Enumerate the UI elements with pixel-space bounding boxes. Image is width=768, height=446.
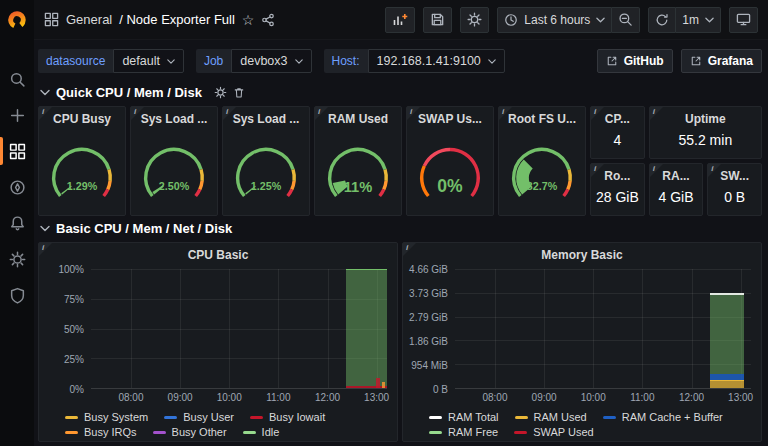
panel-root-fs-used: i Root FS U... 32.7% xyxy=(498,106,586,216)
legend-item[interactable]: RAM Free xyxy=(429,426,498,438)
star-icon[interactable]: ☆ xyxy=(242,13,255,27)
y-tick: 0 B xyxy=(433,384,448,395)
legend-item[interactable]: RAM Cache + Buffer xyxy=(603,411,723,423)
panel-info-corner[interactable] xyxy=(650,164,663,177)
memory-plot-area[interactable]: 08:00 09:00 10:00 11:00 12:00 13:00 xyxy=(455,269,751,389)
row-header-basic[interactable]: Basic CPU / Mem / Net / Disk xyxy=(38,216,762,240)
refresh-button[interactable] xyxy=(648,7,676,33)
apps-grid-icon xyxy=(44,12,59,27)
github-link-button[interactable]: GitHub xyxy=(597,49,673,73)
bell-icon xyxy=(9,215,26,232)
legend-item[interactable]: Busy Iowait xyxy=(250,411,325,423)
save-dashboard-button[interactable] xyxy=(423,7,452,33)
chevron-down-icon xyxy=(705,17,714,23)
cpu-idle-area xyxy=(346,269,387,386)
panel-info-corner[interactable] xyxy=(591,107,604,120)
zoom-out-time-button[interactable] xyxy=(612,7,640,33)
panel-info-corner[interactable] xyxy=(499,107,512,120)
dashboard-settings-button[interactable] xyxy=(460,7,489,33)
row-delete-trash-icon[interactable] xyxy=(233,86,245,99)
variable-job[interactable]: Job devbox3 xyxy=(196,49,312,73)
panel-info-corner[interactable] xyxy=(39,107,52,120)
panel-info-corner[interactable] xyxy=(39,243,52,256)
panel-info-corner[interactable] xyxy=(650,107,663,120)
sidebar-item-configuration[interactable] xyxy=(0,242,34,276)
sidebar-item-create[interactable] xyxy=(0,98,34,132)
cpu-irq-spike xyxy=(382,382,385,388)
breadcrumb: General / Node Exporter Full ☆ xyxy=(44,12,275,27)
row-settings-gear-icon[interactable] xyxy=(214,86,227,99)
monitor-icon xyxy=(736,12,751,27)
topbar: General / Node Exporter Full ☆ Last 6 ho… xyxy=(34,0,768,40)
sidebar-item-explore[interactable] xyxy=(0,170,34,204)
legend-item[interactable]: Idle xyxy=(243,426,280,438)
breadcrumb-dashboard-title[interactable]: / Node Exporter Full xyxy=(119,12,235,27)
cpu-chart-body: 100% 75% 50% 25% 0% xyxy=(43,269,387,389)
sidebar-item-dashboards[interactable] xyxy=(0,134,34,168)
refresh-interval-button[interactable]: 1m xyxy=(676,7,721,33)
info-icon: i xyxy=(653,164,655,173)
dashboard-content: datasource default Job devbox3 Host: 192… xyxy=(34,40,768,446)
panel-info-corner[interactable] xyxy=(315,107,328,120)
legend-item[interactable]: RAM Total xyxy=(429,411,499,423)
legend-swatch xyxy=(65,416,78,419)
panel-info-corner[interactable] xyxy=(591,164,604,177)
legend-item[interactable]: RAM Used xyxy=(515,411,587,423)
x-tick: 10:00 xyxy=(217,392,242,403)
panel-title[interactable]: CPU Basic xyxy=(39,243,397,263)
sidebar-item-alerting[interactable] xyxy=(0,206,34,240)
grafana-link-button[interactable]: Grafana xyxy=(681,49,762,73)
grafana-logo[interactable] xyxy=(0,0,34,40)
time-range-button[interactable]: Last 6 hours xyxy=(497,7,612,33)
panel-cpu-basic: i CPU Basic 100% 75% 50% 25% 0% xyxy=(38,242,398,442)
legend-swatch xyxy=(514,431,527,434)
variable-label: datasource xyxy=(38,49,113,73)
panel-info-corner[interactable] xyxy=(223,107,236,120)
sidebar-item-server-admin[interactable] xyxy=(0,278,34,312)
stat-value: 4 GiB xyxy=(650,184,703,215)
panel-title[interactable]: Uptime xyxy=(650,107,761,127)
ram-free-area xyxy=(710,293,744,375)
info-icon: i xyxy=(134,107,136,116)
legend-item[interactable]: SWAP Used xyxy=(514,426,594,438)
row-title: Basic CPU / Mem / Net / Disk xyxy=(56,221,232,236)
panel-sys-load-1m: i Sys Load ... 2.50% xyxy=(130,106,218,216)
variable-value-dropdown[interactable]: default xyxy=(113,49,184,73)
legend-item[interactable]: Busy Other xyxy=(153,426,227,438)
link-label: GitHub xyxy=(624,54,664,68)
info-icon: i xyxy=(410,107,412,116)
stat-panels: i CP... 4 i Uptime 55.2 min i Ro... 28 G… xyxy=(590,106,762,216)
row-header-quick[interactable]: Quick CPU / Mem / Disk xyxy=(38,80,762,104)
sidebar-item-search[interactable] xyxy=(0,62,34,96)
variable-datasource[interactable]: datasource default xyxy=(38,49,184,73)
variable-value-dropdown[interactable]: devbox3 xyxy=(231,49,311,73)
variable-value-dropdown[interactable]: 192.168.1.41:9100 xyxy=(368,49,505,73)
panel-info-corner[interactable] xyxy=(131,107,144,120)
panel-info-corner[interactable] xyxy=(403,243,416,256)
legend-item[interactable]: Busy IRQs xyxy=(65,426,137,438)
y-tick: 50% xyxy=(64,324,84,335)
refresh-group: 1m xyxy=(648,7,721,33)
variable-host[interactable]: Host: 192.168.1.41:9100 xyxy=(324,49,505,73)
cycle-view-mode-button[interactable] xyxy=(729,7,758,33)
cpu-plot-area[interactable]: 08:00 09:00 10:00 11:00 12:00 13:00 xyxy=(91,269,387,389)
panel-info-corner[interactable] xyxy=(708,164,721,177)
panel-ram-used: i RAM Used 11% xyxy=(314,106,402,216)
add-panel-button[interactable] xyxy=(385,7,415,33)
legend-item[interactable]: Busy User xyxy=(164,411,234,423)
gear-icon xyxy=(9,251,26,268)
legend-label: SWAP Used xyxy=(533,426,594,438)
legend-label: Busy User xyxy=(183,411,234,423)
share-icon[interactable] xyxy=(261,13,275,27)
breadcrumb-folder[interactable]: General xyxy=(66,12,112,27)
panel-info-corner[interactable] xyxy=(407,107,420,120)
cpu-legend: Busy System Busy User Busy Iowait Busy I… xyxy=(65,411,393,438)
quick-row-panels: i CPU Busy 1.29% i Sys Load ... 2.50% i … xyxy=(38,106,762,216)
gridline xyxy=(642,269,643,388)
info-icon: i xyxy=(42,107,44,116)
x-tick: 12:00 xyxy=(679,392,704,403)
legend-item[interactable]: Busy System xyxy=(65,411,148,423)
panel-title[interactable]: Memory Basic xyxy=(403,243,761,263)
y-tick: 100% xyxy=(58,264,84,275)
gridline xyxy=(278,269,279,388)
